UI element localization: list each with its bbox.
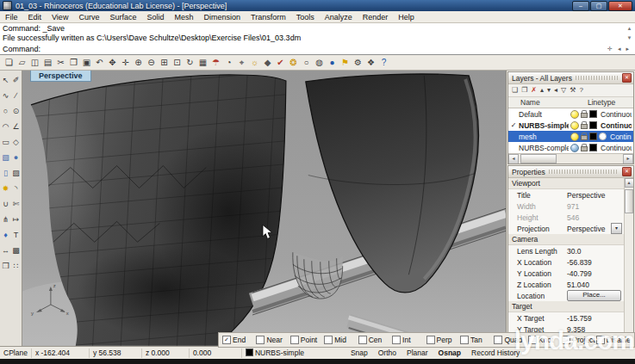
link-icon[interactable]: ❖ bbox=[364, 57, 377, 69]
rectangle-icon[interactable]: ▭ bbox=[1, 134, 11, 150]
layer-linetype[interactable]: Continuous bbox=[599, 121, 632, 130]
analyze-icon[interactable]: ✔ bbox=[274, 57, 287, 69]
osnap-perp[interactable]: Perp bbox=[426, 336, 460, 344]
scroll-left-icon[interactable]: ◂ bbox=[508, 154, 519, 164]
dimension-icon[interactable]: ↔ bbox=[1, 243, 11, 258]
checkbox-icon[interactable] bbox=[392, 336, 401, 344]
osnap-tan[interactable]: Tan bbox=[460, 336, 494, 344]
shade-icon[interactable]: ☂ bbox=[209, 57, 222, 69]
layer-tools-icon[interactable]: ⚒ bbox=[570, 85, 576, 96]
render-icon[interactable]: ● bbox=[326, 57, 339, 69]
viewport-title-field[interactable]: Perspective bbox=[567, 191, 623, 200]
zoom-out-icon[interactable]: ⊖ bbox=[145, 57, 158, 69]
menu-item-analyze[interactable]: Analyze bbox=[320, 13, 358, 22]
copy-icon[interactable]: ❐ bbox=[67, 57, 80, 69]
open-file-icon[interactable]: ▱ bbox=[16, 57, 28, 69]
menu-item-file[interactable]: File bbox=[0, 13, 23, 22]
osnap-near[interactable]: Near bbox=[256, 336, 289, 344]
minimize-button[interactable]: – bbox=[572, 1, 589, 11]
status-toggle-osnap[interactable]: Osnap bbox=[433, 349, 466, 358]
select-icon[interactable]: ↖ bbox=[1, 72, 11, 88]
checkbox-icon[interactable] bbox=[562, 336, 570, 344]
sphere-solid-icon[interactable]: ● bbox=[11, 150, 22, 165]
layer-lock-icon[interactable] bbox=[581, 133, 588, 140]
fillet-icon[interactable]: ◝ bbox=[11, 181, 22, 196]
extend-icon[interactable]: ↦ bbox=[11, 212, 22, 227]
ellipse-icon[interactable]: ⊙ bbox=[11, 103, 22, 119]
menu-item-render[interactable]: Render bbox=[358, 13, 394, 22]
menu-item-view[interactable]: View bbox=[47, 13, 73, 22]
layer-lock-icon[interactable] bbox=[581, 110, 588, 118]
scrollbar-thumb[interactable] bbox=[625, 189, 633, 213]
layer-visibility-bulb-icon[interactable] bbox=[570, 133, 579, 141]
osnap-int[interactable]: Int bbox=[392, 336, 426, 344]
status-toggle-snap[interactable]: Snap bbox=[346, 349, 373, 358]
layer-material-circle-icon[interactable] bbox=[599, 133, 607, 140]
scroll-up-icon[interactable]: ▲ bbox=[625, 178, 634, 188]
layer-visibility-bulb-icon[interactable] bbox=[570, 110, 579, 119]
menu-item-dimension[interactable]: Dimension bbox=[198, 13, 246, 22]
checkbox-icon[interactable] bbox=[596, 336, 605, 344]
menu-item-transform[interactable]: Transform bbox=[246, 13, 291, 22]
zoom-window-icon[interactable]: ⊞ bbox=[158, 57, 171, 69]
cplane-button[interactable]: CPlane bbox=[0, 349, 32, 358]
move-up-icon[interactable]: ▴ bbox=[540, 85, 544, 96]
edit-points-icon[interactable]: ✐ bbox=[11, 72, 22, 88]
layer-linetype[interactable]: Continuous bbox=[599, 144, 632, 152]
cut-icon[interactable]: ✂ bbox=[54, 57, 67, 69]
array-icon[interactable]: ∷ bbox=[11, 258, 22, 274]
projection-select[interactable]: Perspective ▾ bbox=[567, 223, 623, 234]
layer-linetype[interactable]: Continuous bbox=[608, 133, 632, 141]
polygon-icon[interactable]: ◇ bbox=[11, 134, 22, 150]
status-toggle-ortho[interactable]: Ortho bbox=[373, 349, 402, 358]
box-icon[interactable]: ▧ bbox=[1, 150, 11, 165]
menu-item-curve[interactable]: Curve bbox=[73, 13, 104, 22]
y-location-field[interactable]: -40.799 bbox=[567, 269, 623, 278]
collapse-icon[interactable]: ◂ bbox=[554, 85, 557, 96]
projection-dropdown-icon[interactable]: ▾ bbox=[611, 223, 622, 234]
delete-layer-icon[interactable]: ✗ bbox=[531, 85, 537, 96]
layer-row-default[interactable]: Default Continuous bbox=[508, 108, 633, 120]
osnap-point[interactable]: Point bbox=[290, 336, 324, 344]
layer-linetype[interactable]: Continuous bbox=[599, 110, 632, 119]
osnap-disable[interactable]: Disable bbox=[596, 336, 631, 344]
layers-panel-close-icon[interactable]: ✕ bbox=[622, 73, 632, 83]
cylinder-icon[interactable]: ▯ bbox=[1, 165, 11, 181]
camera-place-button[interactable]: Place... bbox=[567, 290, 621, 301]
arc-icon[interactable]: ◠ bbox=[1, 119, 11, 134]
zoom-in-icon[interactable]: ⊕ bbox=[132, 57, 145, 69]
perspective-viewport[interactable]: Perspective bbox=[22, 71, 506, 346]
trim-icon[interactable]: ✄ bbox=[11, 196, 22, 212]
close-button[interactable]: ✕ bbox=[608, 1, 632, 11]
viewport-tab-perspective[interactable]: Perspective bbox=[30, 71, 91, 82]
properties-scrollbar[interactable]: ▲ ▼ bbox=[624, 178, 633, 345]
paste-icon[interactable]: ▣ bbox=[80, 57, 93, 69]
menu-item-mesh[interactable]: Mesh bbox=[169, 13, 198, 22]
menu-item-surface[interactable]: Surface bbox=[104, 13, 141, 22]
osnap-mid[interactable]: Mid bbox=[324, 336, 358, 344]
join-icon[interactable]: ∪ bbox=[1, 196, 11, 212]
circle-icon[interactable]: ○ bbox=[1, 103, 11, 119]
z-location-field[interactable]: 51.040 bbox=[567, 281, 623, 289]
layer-color-swatch[interactable] bbox=[589, 133, 597, 140]
lens-length-field[interactable]: 30.0 bbox=[567, 247, 623, 256]
zoom-extents-icon[interactable]: ⊡ bbox=[171, 57, 184, 69]
checkbox-icon[interactable]: ✓ bbox=[222, 336, 231, 344]
scrollbar-thumb[interactable] bbox=[520, 154, 557, 163]
checkbox-icon[interactable] bbox=[324, 336, 333, 344]
x-location-field[interactable]: -56.839 bbox=[567, 258, 623, 267]
wire-sphere-icon[interactable]: ◍ bbox=[313, 57, 326, 69]
layer-lock-icon[interactable] bbox=[581, 121, 588, 129]
menu-item-tools[interactable]: Tools bbox=[291, 13, 320, 22]
sphere-icon[interactable]: ○ bbox=[300, 57, 313, 69]
text-icon[interactable]: T bbox=[11, 227, 22, 243]
layer-lock-icon[interactable] bbox=[581, 144, 588, 151]
checkbox-icon[interactable] bbox=[494, 336, 502, 344]
osnap-knot[interactable]: Knot bbox=[528, 336, 562, 344]
menu-item-edit[interactable]: Edit bbox=[23, 13, 47, 22]
viewport-layout-icon[interactable]: ▦ bbox=[196, 57, 209, 69]
move-icon[interactable]: ✛ bbox=[119, 57, 132, 69]
layer-row-nurbs-complex[interactable]: NURBS-complex Continuous bbox=[508, 142, 633, 153]
print-icon[interactable]: ▤ bbox=[41, 57, 54, 69]
menu-item-help[interactable]: Help bbox=[393, 13, 420, 22]
